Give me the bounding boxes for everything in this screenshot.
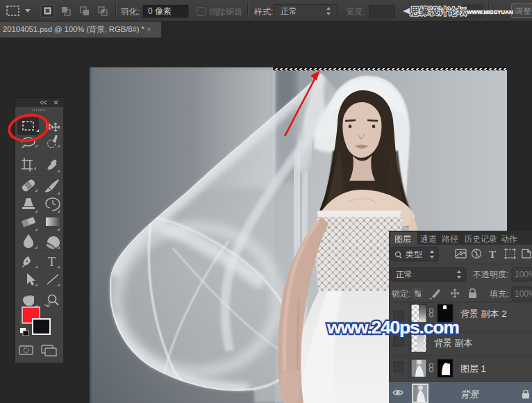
- svg-text:填充:: 填充:: [490, 289, 508, 299]
- svg-text:锁定:: 锁定:: [391, 289, 410, 299]
- svg-text:路径: 路径: [442, 234, 458, 244]
- svg-text:不透明度:: 不透明度:: [473, 270, 508, 279]
- svg-text:背景: 背景: [460, 389, 479, 400]
- svg-text:动作: 动作: [501, 234, 517, 244]
- svg-text:www.240ps.com: www.240ps.com: [326, 317, 459, 338]
- svg-text:思缘设计论坛: 思缘设计论坛: [410, 6, 467, 17]
- svg-text:T: T: [489, 249, 496, 260]
- svg-text:WWW.MISSYUAN: WWW.MISSYUAN: [467, 9, 513, 15]
- svg-text:100%: 100%: [515, 270, 532, 279]
- svg-text:类型: 类型: [406, 249, 422, 259]
- svg-text:图层 1: 图层 1: [460, 363, 486, 374]
- svg-text:历史记录: 历史记录: [464, 234, 497, 244]
- svg-text:图层: 图层: [394, 234, 411, 244]
- svg-text:正常: 正常: [396, 270, 413, 279]
- svg-text:T: T: [48, 255, 56, 269]
- svg-text:100%: 100%: [515, 289, 532, 299]
- svg-text:通道: 通道: [420, 234, 437, 244]
